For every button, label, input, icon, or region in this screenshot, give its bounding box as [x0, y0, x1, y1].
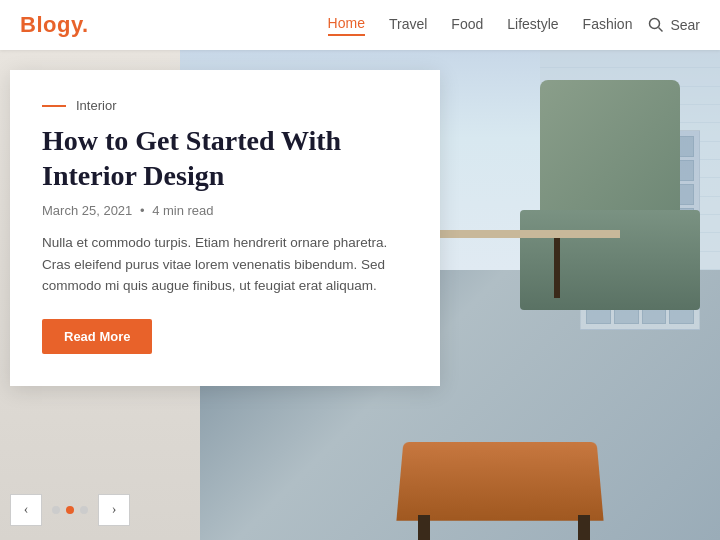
- main-nav: Home Travel Food Lifestyle Fashion: [328, 15, 633, 36]
- pag-dot-1[interactable]: [52, 506, 60, 514]
- logo[interactable]: Blogy.: [20, 12, 89, 38]
- search-area[interactable]: Sear: [648, 17, 700, 33]
- pag-dot-3[interactable]: [80, 506, 88, 514]
- pag-dot-2[interactable]: [66, 506, 74, 514]
- table-top: [420, 230, 620, 238]
- prev-arrow[interactable]: ‹: [10, 494, 42, 526]
- next-arrow[interactable]: ›: [98, 494, 130, 526]
- nav-item-home[interactable]: Home: [328, 15, 365, 36]
- card-meta: March 25, 2021 • 4 min read: [42, 203, 408, 218]
- content-card: Interior How to Get Started With Interio…: [10, 70, 440, 386]
- chair2-seat: [396, 442, 603, 521]
- pagination: ‹ ›: [10, 494, 130, 526]
- logo-text: Blogy: [20, 12, 82, 37]
- chair2-leg1: [578, 515, 590, 540]
- card-excerpt: Nulla et commodo turpis. Etiam hendrerit…: [42, 232, 408, 297]
- chair-seat: [520, 210, 700, 310]
- meta-read: 4 min read: [152, 203, 213, 218]
- table-leg: [554, 238, 560, 298]
- blind-strip: [540, 50, 720, 68]
- nav-item-lifestyle[interactable]: Lifestyle: [507, 16, 558, 35]
- chair2-leg2: [418, 515, 430, 540]
- category-dash: [42, 105, 66, 107]
- nav-item-fashion[interactable]: Fashion: [583, 16, 633, 35]
- search-icon: [648, 17, 664, 33]
- svg-point-0: [650, 19, 660, 29]
- pagination-dots: [52, 506, 88, 514]
- meta-date: March 25, 2021: [42, 203, 132, 218]
- header: Blogy. Home Travel Food Lifestyle Fashio…: [0, 0, 720, 50]
- category-label: Interior: [76, 98, 116, 113]
- search-label: Sear: [670, 17, 700, 33]
- meta-dot: •: [140, 203, 148, 218]
- nav-item-food[interactable]: Food: [451, 16, 483, 35]
- nav-item-travel[interactable]: Travel: [389, 16, 427, 35]
- logo-dot: .: [82, 12, 89, 37]
- svg-line-1: [659, 28, 663, 32]
- card-title: How to Get Started With Interior Design: [42, 123, 408, 193]
- read-more-button[interactable]: Read More: [42, 319, 152, 354]
- category-line: Interior: [42, 98, 408, 113]
